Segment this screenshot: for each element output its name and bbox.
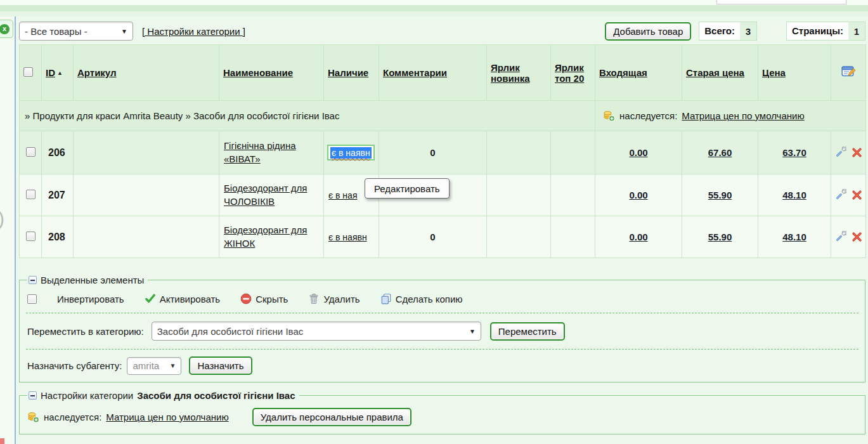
- label-top20-cell: [551, 174, 595, 216]
- edit-wrench-icon[interactable]: [834, 231, 846, 243]
- row-checkbox[interactable]: [26, 190, 36, 199]
- header-id: ID▲: [42, 45, 74, 101]
- move-category-select[interactable]: Засоби для особистої гігієни Івас ▼: [152, 322, 481, 341]
- panel-close-button[interactable]: x: [0, 20, 13, 38]
- incoming-price-link[interactable]: 0.00: [629, 147, 647, 158]
- products-table: ID▲ Артикул Наименование Наличие Коммент…: [19, 44, 866, 258]
- product-name-link[interactable]: Гігієнічна рідина «ВІВАТ»: [219, 140, 323, 166]
- product-filter-value: - Все товары -: [25, 26, 87, 37]
- price-matrix-link[interactable]: Матрица цен по умолчанию: [106, 412, 228, 422]
- header-edit-column: [831, 45, 866, 101]
- total-box: Всего: 3: [699, 22, 757, 41]
- label-new-cell: [487, 174, 551, 216]
- availability-cell: є в наявн: [324, 216, 379, 258]
- toolbar: - Все товары - ▼ [ Настройки категории ]…: [19, 20, 865, 42]
- header-article-link[interactable]: Артикул: [77, 67, 117, 78]
- edit-tooltip: Редактировать: [365, 178, 450, 199]
- activate-button[interactable]: Активировать: [145, 293, 221, 304]
- availability-link[interactable]: є в ная: [328, 190, 357, 200]
- edit-wrench-icon[interactable]: [834, 147, 846, 159]
- product-name-link[interactable]: Біодезодорант для ЧОЛОВІКІВ: [219, 182, 323, 208]
- select-all-checkbox[interactable]: [23, 67, 33, 77]
- move-category-label: Переместить в категорию:: [27, 326, 144, 337]
- row-checkbox[interactable]: [26, 147, 36, 157]
- delete-x-icon[interactable]: [852, 232, 862, 242]
- category-settings-category: Засоби для особистої гігієни Івас: [137, 390, 295, 401]
- chevron-down-icon: ▼: [121, 28, 127, 35]
- assign-subagent-row: Назначить субагенту: amrita ▼ Назначить: [26, 349, 858, 377]
- header-label-new-link[interactable]: Ярлик новинка: [491, 62, 530, 84]
- category-settings-link[interactable]: [ Настройки категории ]: [142, 26, 245, 37]
- price-link[interactable]: 48.10: [782, 190, 806, 200]
- add-product-button[interactable]: Добавить товар: [605, 22, 691, 41]
- header-comments-link[interactable]: Комментарии: [383, 67, 447, 78]
- delete-x-icon[interactable]: [852, 147, 862, 158]
- old-price-link[interactable]: 55.90: [708, 190, 732, 200]
- collapse-icon[interactable]: [29, 391, 37, 400]
- delete-x-icon[interactable]: [852, 190, 862, 200]
- top-partial-box: [716, 0, 846, 4]
- row-checkbox[interactable]: [26, 232, 36, 241]
- header-old-price-link[interactable]: Старая цена: [686, 67, 744, 78]
- delete-button[interactable]: Удалить: [308, 293, 360, 304]
- header-comments: Комментарии: [379, 45, 487, 101]
- inherits-label: наследуется:: [619, 110, 677, 121]
- category-settings-legend: Настройки категории Засоби для особистої…: [27, 390, 299, 401]
- hide-label: Скрыть: [256, 294, 288, 304]
- product-name-link[interactable]: Біодезодорант для ЖІНОК: [219, 224, 323, 250]
- label-top20-cell: [551, 216, 595, 258]
- total-label: Всего:: [699, 22, 740, 40]
- old-price-link[interactable]: 67.60: [708, 147, 732, 158]
- move-category-row: Переместить в категорию: Засоби для особ…: [26, 313, 858, 349]
- availability-inline-edit[interactable]: є в наявн: [327, 145, 375, 160]
- collapse-icon[interactable]: [29, 276, 37, 284]
- old-price-link[interactable]: 55.90: [708, 232, 732, 242]
- assign-subagent-label: Назначить субагенту:: [27, 360, 122, 371]
- price-link[interactable]: 63.70: [782, 147, 806, 158]
- invert-selection-button[interactable]: Инвертировать: [57, 294, 124, 304]
- panel-collapse-icon[interactable]: ): [0, 208, 4, 230]
- category-breadcrumb: » Продукти для краси Amrita Beauty » Зас…: [20, 101, 595, 131]
- price-matrix-link[interactable]: Матрица цен по умолчанию: [682, 110, 804, 121]
- header-price-link[interactable]: Цена: [762, 67, 786, 78]
- edit-tooltip-text: Редактировать: [374, 183, 440, 194]
- delete-personal-rules-button[interactable]: Удалить персональные правила: [252, 408, 411, 426]
- label-top20-cell: [551, 131, 595, 174]
- copy-button[interactable]: Сделать копию: [380, 293, 463, 304]
- copy-icon: [380, 293, 392, 304]
- table-edit-icon[interactable]: [841, 64, 856, 79]
- subagent-select[interactable]: amrita ▼: [127, 357, 181, 375]
- header-availability-link[interactable]: Наличие: [328, 67, 368, 78]
- category-settings-panel: Настройки категории Засоби для особистої…: [19, 390, 865, 434]
- header-id-link[interactable]: ID: [46, 67, 55, 78]
- assign-button[interactable]: Назначить: [189, 356, 252, 375]
- header-article: Артикул: [74, 45, 219, 101]
- incoming-price-link[interactable]: 0.00: [629, 190, 647, 200]
- coins-icon: [27, 411, 39, 423]
- header-price: Цена: [758, 45, 831, 101]
- header-label-top20-link[interactable]: Ярлик топ 20: [555, 62, 584, 84]
- product-id: 208: [42, 216, 74, 258]
- header-name-link[interactable]: Наименование: [223, 67, 293, 78]
- availability-link[interactable]: є в наявн: [328, 232, 367, 242]
- incoming-price-link[interactable]: 0.00: [629, 232, 647, 242]
- price-link[interactable]: 48.10: [782, 232, 806, 242]
- trash-icon: [308, 293, 320, 304]
- header-incoming-link[interactable]: Входящая: [599, 67, 647, 78]
- table-row: 208 Біодезодорант для ЖІНОК є в наявн 0 …: [20, 216, 866, 258]
- delete-label: Удалить: [323, 294, 360, 304]
- product-filter-select[interactable]: - Все товары - ▼: [19, 22, 133, 41]
- product-id: 206: [42, 131, 74, 174]
- table-row: 206 Гігієнічна рідина «ВІВАТ» є в наявн …: [20, 131, 866, 174]
- chevron-down-icon: ▼: [170, 362, 176, 369]
- category-inherits-row: наследуется: Матрица цен по умолчанию Уд…: [26, 402, 858, 429]
- left-panel-edge: [0, 16, 15, 444]
- header-incoming: Входящая: [595, 45, 682, 101]
- move-button[interactable]: Переместить: [490, 322, 565, 341]
- hide-button[interactable]: Скрыть: [240, 293, 288, 304]
- header-label-new: Ярлик новинка: [487, 45, 551, 101]
- select-all-cell: [20, 45, 42, 101]
- edit-wrench-icon[interactable]: [834, 189, 846, 201]
- move-category-value: Засоби для особистої гігієни Івас: [157, 326, 303, 337]
- bulk-checkbox[interactable]: [27, 294, 37, 304]
